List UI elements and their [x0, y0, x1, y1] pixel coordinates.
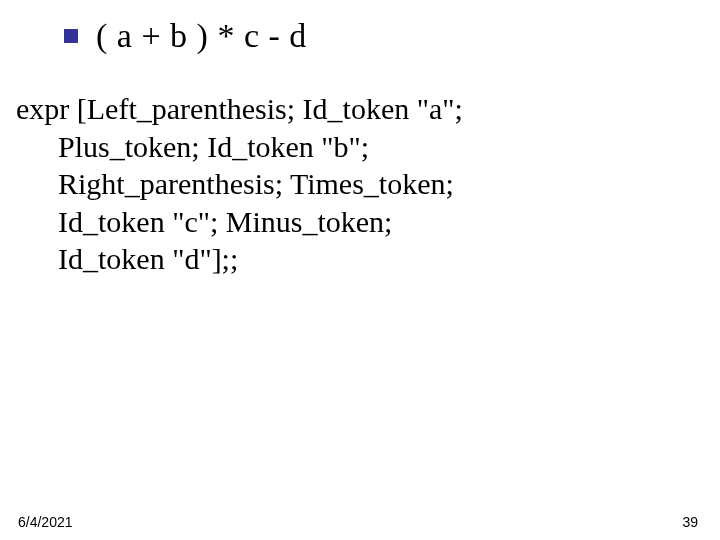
body-line-2: Plus_token; Id_token "b"; [16, 128, 656, 166]
footer-page-number: 39 [682, 514, 698, 530]
slide-title: ( a + b ) * c - d [96, 17, 307, 55]
body-line-3: Right_parenthesis; Times_token; [16, 165, 656, 203]
title-bullet-icon [64, 29, 78, 43]
slide-body: expr [Left_parenthesis; Id_token "a"; Pl… [16, 90, 656, 278]
body-line-4: Id_token "c"; Minus_token; [16, 203, 656, 241]
body-line-1: expr [Left_parenthesis; Id_token "a"; [16, 90, 656, 128]
footer-date: 6/4/2021 [18, 514, 73, 530]
body-line-5: Id_token "d"];; [16, 240, 656, 278]
slide-title-row: ( a + b ) * c - d [64, 12, 654, 60]
slide: ( a + b ) * c - d expr [Left_parenthesis… [0, 0, 720, 540]
